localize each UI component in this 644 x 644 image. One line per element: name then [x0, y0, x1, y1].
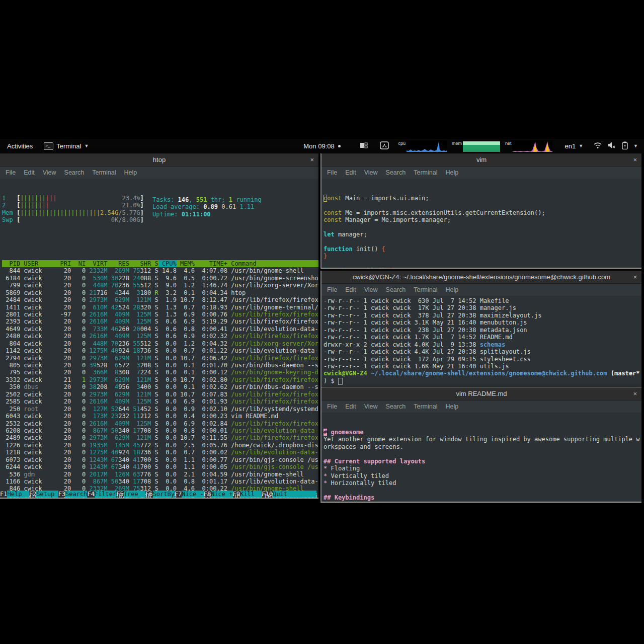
menu-terminal[interactable]: Terminal — [414, 403, 437, 410]
fkey-f8[interactable]: F8Nice + — [204, 491, 233, 498]
fkey-f1[interactable]: F1Help — [0, 491, 29, 498]
process-row[interactable]: 536 gdm 20 0 2017M 126M 63776 S 0.0 2.1 … — [2, 471, 318, 478]
cpu-graph: cpu — [398, 140, 447, 152]
vim-readme-buffer[interactable]: # gnomesomeYet another gnome extension f… — [321, 413, 641, 502]
menu-file[interactable]: File — [327, 286, 337, 293]
close-icon[interactable]: × — [633, 387, 637, 400]
menu-search[interactable]: Search — [64, 169, 85, 176]
process-row[interactable]: 1411 cwick 20 0 610M 42524 28320 S 1.3 0… — [2, 304, 318, 311]
tray-windows-icon[interactable] — [360, 142, 368, 150]
process-row[interactable]: 795 cwick 20 0 366M 8308 7224 S 0.0 0.1 … — [2, 369, 318, 376]
terminal-output[interactable]: -rw-r--r-- 1 cwick cwick 630 Jul 7 14:52… — [321, 296, 641, 387]
network-wifi-icon[interactable] — [593, 142, 602, 150]
process-row[interactable]: 2502 cwick 20 0 2973M 629M 121M S 0.0 10… — [2, 391, 318, 398]
htop-process-table: PID USER PRI NI VIRT RES SHR S CPU% MEM%… — [2, 260, 318, 498]
process-row[interactable]: 1226 cwick 20 0 1935M 145M 45772 S 0.0 2… — [2, 442, 318, 449]
menu-view[interactable]: View — [364, 286, 378, 293]
process-row[interactable]: 5869 cwick 20 0 21716 4344 3180 R 3.2 0.… — [2, 289, 318, 296]
app-menu[interactable]: >_ Terminal ▼ — [44, 142, 89, 150]
terminal-line: -rw-r--r-- 1 cwick cwick 17K Jul 27 20:3… — [324, 304, 641, 311]
process-row[interactable]: 799 cwick 20 0 448M 70236 55512 S 9.0 1.… — [2, 282, 318, 289]
vim-titlebar[interactable]: vim × — [321, 153, 641, 167]
process-row[interactable]: 2484 cwick 20 0 2973M 629M 121M S 1.9 10… — [2, 296, 318, 303]
terminal-line: -rw-r--r-- 1 cwick cwick 378 Jul 27 20:3… — [324, 312, 641, 319]
process-row[interactable]: 6184 cwick 20 0 530M 30228 24088 S 9.6 0… — [2, 275, 318, 282]
process-row[interactable]: 250 root 20 0 127M 52644 51452 S 0.0 0.9… — [2, 406, 318, 413]
process-row[interactable]: 804 cwick 20 0 448M 70236 55512 S 0.0 1.… — [2, 340, 318, 347]
activities-button[interactable]: Activities — [7, 142, 33, 150]
keyboard-layout-indicator[interactable]: en1 ▼ — [565, 142, 583, 150]
system-menu-chevron-icon[interactable]: ▼ — [633, 143, 638, 148]
menu-file[interactable]: File — [327, 169, 337, 176]
process-row[interactable]: 2480 cwick 20 0 2616M 409M 125M S 0.6 6.… — [2, 333, 318, 340]
menu-file[interactable]: File — [6, 169, 16, 176]
net-graph: net — [505, 140, 553, 152]
terminal-titlebar[interactable]: cwick@VGN-Z4: ~/.local/share/gnome-shell… — [321, 271, 641, 284]
fkey-f6[interactable]: F6SortBy — [145, 491, 175, 498]
vim-readme-titlebar[interactable]: vim README.md × — [321, 387, 641, 400]
process-row[interactable]: 844 cwick 20 0 2332M 269M 75312 S 14.8 4… — [2, 267, 318, 274]
menu-search[interactable]: Search — [386, 169, 406, 176]
readme-line: ## Current supported layouts — [324, 458, 641, 465]
menu-search[interactable]: Search — [386, 403, 406, 410]
close-icon[interactable]: × — [633, 271, 637, 283]
process-row[interactable]: 4649 cwick 20 0 733M 46260 20004 S 0.6 0… — [2, 326, 318, 333]
process-row[interactable]: 6208 cwick 20 0 867M 50340 17708 S 0.0 0… — [2, 427, 318, 434]
menu-file[interactable]: File — [327, 403, 337, 410]
htop-summary-line: Load average: 0.89 0.61 1.11 — [152, 203, 262, 210]
fkey-f9[interactable]: F9Kill — [233, 491, 262, 498]
close-icon[interactable]: × — [633, 153, 637, 166]
htop-window: htop × FileEditViewSearchTerminalHelp 1 … — [0, 153, 318, 499]
clock[interactable]: Mon 09:08 — [303, 142, 334, 150]
process-row[interactable]: 2532 cwick 20 0 2616M 409M 125M S 0.0 6.… — [2, 420, 318, 427]
htop-content: 1 [|||||||||| 23.4%]2 [|||||||| 21.0%]Me… — [0, 179, 318, 498]
menu-help[interactable]: Help — [445, 286, 458, 293]
menu-search[interactable]: Search — [386, 286, 406, 293]
cursor-position: 1,1 — [574, 501, 585, 502]
menu-help[interactable]: Help — [445, 169, 458, 176]
sort-column-header[interactable]: CPU% — [158, 260, 177, 267]
menu-terminal[interactable]: Terminal — [414, 286, 437, 293]
notification-dot-icon — [338, 145, 341, 147]
process-row[interactable]: 350 dbus 20 0 38208 4956 3400 S 0.0 0.1 … — [2, 383, 318, 390]
volume-muted-icon[interactable] — [607, 141, 616, 150]
battery-icon[interactable] — [621, 141, 628, 151]
menu-terminal[interactable]: Terminal — [414, 169, 437, 176]
process-row[interactable]: 6043 cwick 20 0 173M 23232 11212 S 0.0 0… — [2, 413, 318, 420]
process-row[interactable]: 2489 cwick 20 0 2973M 629M 121M S 0.0 10… — [2, 434, 318, 441]
menu-terminal[interactable]: Terminal — [92, 169, 116, 176]
process-row[interactable]: 1142 cwick 20 0 1275M 40924 18736 S 0.0 … — [2, 347, 318, 354]
close-icon[interactable]: × — [310, 153, 314, 166]
terminal-line: -rw-r--r-- 1 cwick cwick 1.7K Jul 7 14:5… — [324, 334, 641, 341]
menu-edit[interactable]: Edit — [24, 169, 35, 176]
process-row[interactable]: 2393 cwick 20 0 2616M 409M 125M S 0.6 6.… — [2, 318, 318, 325]
fkey-f4[interactable]: F4Filter — [87, 491, 116, 498]
menu-edit[interactable]: Edit — [345, 403, 356, 410]
menu-edit[interactable]: Edit — [345, 169, 356, 176]
process-row[interactable]: 3332 cwick 21 1 2973M 629M 121M S 0.0 10… — [2, 376, 318, 383]
vim-buffer[interactable]: const Main = imports.ui.main; const Me =… — [321, 179, 641, 268]
menu-view[interactable]: View — [364, 403, 378, 410]
process-row[interactable]: 2585 cwick 20 0 2616M 409M 125M S 0.0 6.… — [2, 398, 318, 405]
process-row[interactable]: 6244 cwick 20 0 1243M 67340 41700 S 0.0 … — [2, 463, 318, 470]
fkey-f3[interactable]: F3Search — [58, 491, 88, 498]
process-row[interactable]: 6073 cwick 20 0 1243M 67340 41700 S 0.0 … — [2, 456, 318, 463]
system-monitor-icon[interactable] — [380, 141, 389, 151]
process-row[interactable]: 805 cwick 20 0 39528 6572 3208 S 0.0 0.1… — [2, 362, 318, 369]
process-row[interactable]: 2794 cwick 20 0 2973M 629M 121M S 0.0 10… — [2, 355, 318, 362]
terminal-app-icon: >_ — [44, 142, 53, 150]
htop-header-row[interactable]: PID USER PRI NI VIRT RES SHR S CPU% MEM%… — [2, 260, 318, 267]
htop-titlebar[interactable]: htop × — [0, 153, 318, 167]
fkey-f2[interactable]: F2Setup — [29, 491, 58, 498]
menu-edit[interactable]: Edit — [345, 286, 356, 293]
fkey-f10[interactable]: F10Quit — [262, 491, 294, 498]
menu-help[interactable]: Help — [445, 403, 458, 410]
process-row[interactable]: 1218 cwick 20 0 1275M 40924 18736 S 0.0 … — [2, 449, 318, 456]
menu-help[interactable]: Help — [124, 169, 137, 176]
fkey-f5[interactable]: F5Tree — [116, 491, 145, 498]
fkey-f7[interactable]: F7Nice - — [175, 491, 204, 498]
menu-view[interactable]: View — [43, 169, 56, 176]
menu-view[interactable]: View — [364, 169, 378, 176]
process-row[interactable]: 2801 cwick -97 0 2616M 409M 125M S 1.3 6… — [2, 311, 318, 318]
process-row[interactable]: 1166 cwick 20 0 867M 50340 17708 S 0.0 0… — [2, 478, 318, 485]
